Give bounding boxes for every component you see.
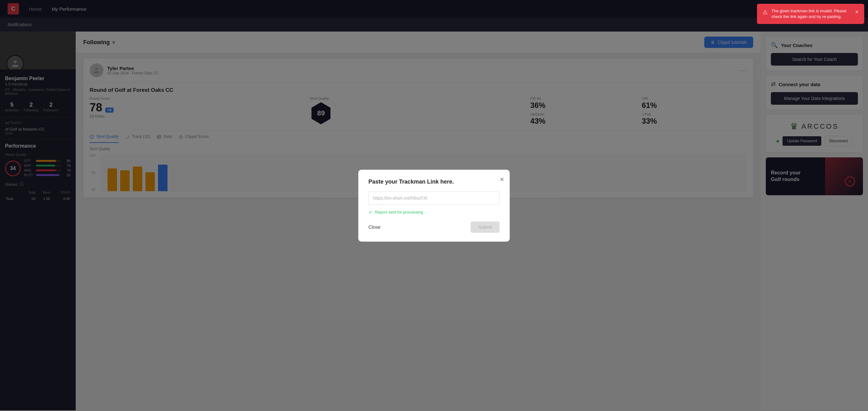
modal-close-button[interactable]: Close	[368, 224, 380, 230]
modal-overlay: Paste your Trackman Link here. × ✓ Repor…	[0, 0, 868, 411]
error-toast: ⚠ The given trackman link is invalid. Pl…	[757, 4, 864, 24]
success-check-icon: ✓	[368, 209, 372, 215]
modal-success-message: ✓ Report sent for processing	[368, 209, 500, 215]
modal-actions: Close Submit	[368, 221, 500, 233]
toast-warning-icon: ⚠	[763, 8, 768, 17]
modal-title: Paste your Trackman Link here.	[368, 179, 500, 185]
toast-close-button[interactable]: ×	[855, 8, 859, 16]
modal-submit-button[interactable]: Submit	[471, 221, 500, 233]
modal-close-icon[interactable]: ×	[500, 176, 504, 184]
trackman-link-input[interactable]	[368, 191, 500, 205]
trackman-modal: Paste your Trackman Link here. × ✓ Repor…	[358, 170, 510, 242]
